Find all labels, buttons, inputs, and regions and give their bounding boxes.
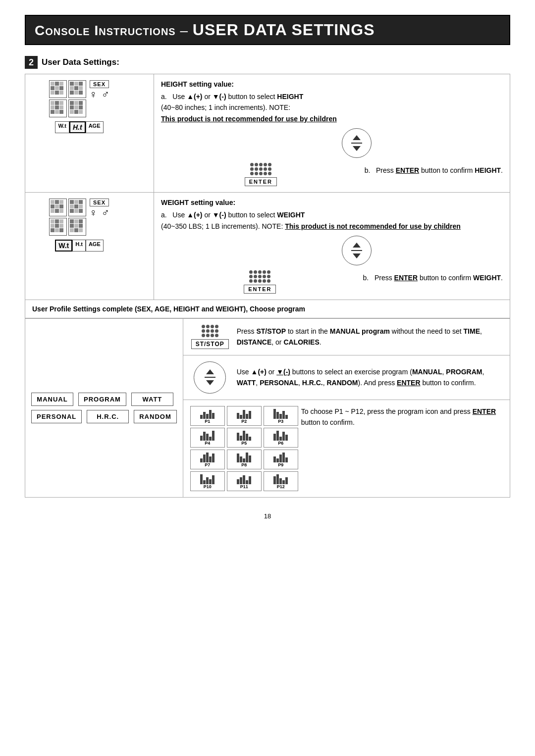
height-b-bold: HEIGHT [475, 166, 501, 174]
height-a-up: ▲(+) [187, 93, 202, 101]
height-b-rest: button to confirm [419, 166, 475, 174]
weight-b-text1: Press [374, 274, 394, 282]
p7-label: P7 [205, 462, 210, 467]
arrow-bold3: WATT [237, 379, 256, 387]
p8-bars [237, 452, 251, 462]
wt-ht-tab: H.t [72, 240, 86, 252]
section-title: 2 User Data Settings: [25, 56, 510, 69]
program-row2: PERSONAL H.R.C. RANDOM [31, 410, 177, 423]
weight-a-warning: This product is not recommended for use … [285, 222, 461, 230]
wt-display-box3 [49, 218, 67, 236]
weight-b-text: b. Press ENTER button to confirm WEIGHT. [363, 272, 503, 283]
header-title-bold: User Data Settings [193, 21, 375, 39]
height-a-text2: button to select [226, 93, 277, 101]
p7-item: P7 [190, 450, 225, 469]
prog-personal: PERSONAL [31, 410, 82, 423]
height-a-warning: This product is not recommended for use … [161, 115, 337, 123]
ststop-row: ST/STOP Press ST/STOP to start in the MA… [183, 319, 510, 355]
p10-bars [200, 473, 214, 484]
p12-desc-enter: ENTER [473, 407, 496, 415]
height-enter-widget: ENTER [245, 163, 277, 186]
page-header: Console Instructions – User Data Setting… [25, 15, 510, 45]
ststop-period: . [320, 338, 321, 346]
profile-bold1: SEX, AGE, HEIGHT [137, 305, 200, 313]
weight-item-a: a. Use ▲(+) or ▼(-) button to select WEI… [161, 209, 503, 232]
height-b-enter: ENTER [396, 166, 419, 174]
height-console-cell: SEX ♀ ♂ W.t H.t AGE [25, 74, 154, 193]
p2-label: P2 [241, 419, 247, 424]
height-b-text: b. Press ENTER button to confirm HEIGHT. [365, 165, 503, 176]
arrow-comma2: , [482, 368, 484, 376]
height-enter-label: ENTER [245, 177, 277, 186]
p1-bars [200, 408, 214, 419]
page-number: 18 [25, 512, 510, 520]
weight-b-label: b. [363, 274, 373, 282]
p10-item: P10 [190, 471, 225, 491]
prog-program: PROGRAM [78, 393, 126, 406]
arrow-widget-container [190, 361, 230, 394]
p1-label: P1 [205, 419, 210, 424]
height-row: SEX ♀ ♂ W.t H.t AGE HEIGHT setting value… [25, 74, 510, 193]
display-box2 [68, 80, 86, 98]
person-icon-male: ♂ [102, 89, 110, 100]
ststop-description: Press ST/STOP to start in the MANUAL pro… [237, 326, 503, 348]
arrow-description: Use ▲(+) or ▼(-) buttons to select an ex… [237, 366, 503, 389]
section-label: User Data Settings: [42, 57, 119, 67]
program-row1: MANUAL PROGRAM WATT [31, 393, 177, 406]
weight-arrow-line [351, 250, 362, 251]
height-a-down: ▼(-) [213, 93, 226, 101]
program-arrow-button [194, 361, 226, 394]
wt-tab-active: W.t [55, 240, 72, 252]
display-row1 [49, 80, 86, 98]
weight-b-rest: button to confirm [418, 274, 473, 282]
height-b-period: . [501, 166, 503, 174]
figures-row: ♀ ♂ [89, 89, 109, 100]
arrow-desc1: Use [237, 368, 251, 376]
p9-item: P9 [264, 450, 298, 469]
p5-item: P5 [227, 428, 262, 448]
ststop-label: ST/STOP [191, 339, 229, 349]
arrow-up-text: ▲(+) [251, 368, 267, 376]
wt-tabs: W.t H.t AGE [55, 240, 104, 252]
weight-b-bold: WEIGHT [473, 274, 501, 282]
weight-b-enter: ENTER [394, 274, 418, 282]
p12-grid-widget: P1 P2 [190, 406, 294, 491]
weight-arrow-area [211, 236, 503, 265]
program-table: MANUAL PROGRAM WATT PERSONAL H.R.C. RAND… [25, 318, 510, 498]
profile-bold2: WEIGHT [216, 305, 244, 313]
weight-a-note: (40~350 LBS; 1 LB increments). NOTE: [161, 222, 283, 230]
arrow-bold6: RANDOM [327, 379, 358, 387]
height-arrow-area [211, 128, 503, 158]
height-instructions-cell: HEIGHT setting value: a. Use ▲(+) or ▼(-… [154, 74, 510, 193]
prog-arrow-down-icon [206, 380, 214, 385]
arrow-desc2: buttons to select an exercise program ( [290, 368, 412, 376]
wt-tab: W.t [55, 121, 69, 133]
profile-text1: User Profile Settings complete ( [32, 305, 137, 313]
p2-bars [237, 408, 251, 419]
arrow-bold2: PROGRAM [446, 368, 482, 376]
ststop-desc1: Press [237, 327, 257, 335]
program-buttons-grid: MANUAL PROGRAM WATT PERSONAL H.R.C. RAND… [31, 393, 177, 423]
p11-label: P11 [240, 484, 248, 489]
p12-bars [273, 473, 288, 484]
profile-complete-row: User Profile Settings complete (SEX, AGE… [25, 300, 510, 318]
p4-item: P4 [190, 428, 225, 448]
wt-sex-figures: SEX ♀ ♂ [89, 199, 109, 218]
p12-item: P12 [264, 471, 298, 491]
weight-arrow-up-icon [353, 243, 361, 248]
program-buttons-cell: MANUAL PROGRAM WATT PERSONAL H.R.C. RAND… [25, 318, 183, 497]
height-enter-dots [250, 163, 271, 175]
display-box4 [68, 100, 86, 117]
ststop-desc3: without the need to set [390, 327, 464, 335]
height-a-or: or [203, 93, 213, 101]
p12-grid: P1 P2 [190, 406, 294, 491]
arrow-line [351, 143, 362, 144]
p12-label: P12 [277, 484, 285, 489]
weight-setting-title: WEIGHT setting value: [161, 199, 503, 206]
p11-bars [237, 473, 251, 484]
weight-b-period: . [501, 274, 503, 282]
weight-a-or: or [203, 211, 213, 219]
weight-a-up: ▲(+) [187, 211, 202, 219]
display-box1 [49, 80, 67, 98]
arrow-down-text: ▼(-) [276, 368, 290, 376]
